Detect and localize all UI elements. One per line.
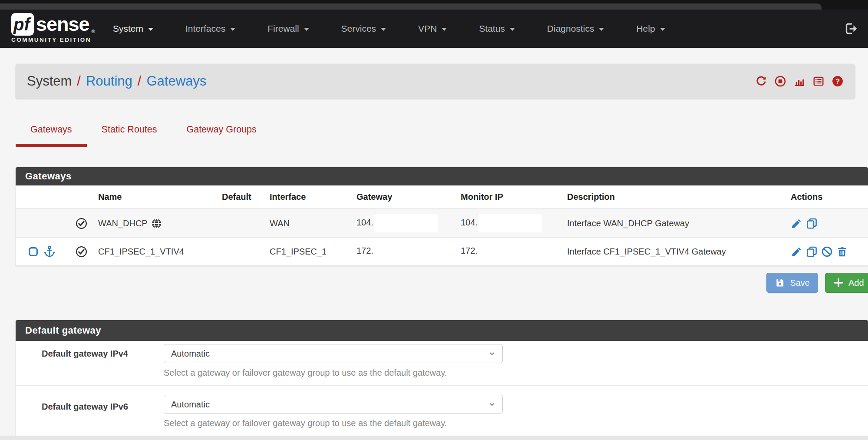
log-list-icon[interactable] — [812, 75, 825, 87]
gateways-panel: Gateways Name Default Interface Gateway … — [16, 167, 868, 266]
main-menu: System Interfaces Firewall Services VPN … — [113, 10, 665, 48]
registered-mark: ® — [92, 29, 95, 34]
col-gateway: Gateway — [352, 185, 456, 209]
breadcrumb-separator: / — [77, 73, 81, 89]
breadcrumb-link-gateways[interactable]: Gateways — [146, 73, 206, 89]
save-icon — [775, 278, 785, 288]
tab-static-routes[interactable]: Static Routes — [87, 117, 172, 147]
gateways-panel-title: Gateways — [16, 167, 868, 185]
add-button[interactable]: Add — [825, 273, 868, 293]
caret-down-icon — [599, 28, 604, 31]
disable-icon[interactable] — [821, 246, 833, 258]
menu-status[interactable]: Status — [479, 23, 515, 34]
routing-tabs: Gateways Static Routes Gateway Groups — [16, 117, 271, 147]
caret-down-icon — [230, 28, 235, 31]
row-actions — [791, 218, 868, 229]
tab-gateway-groups[interactable]: Gateway Groups — [172, 117, 271, 147]
pf-logo-tile: pf — [11, 13, 34, 36]
redaction-box — [479, 214, 542, 232]
gateway-address: 104. — [356, 218, 373, 227]
gateway-default — [218, 209, 265, 238]
default-gateway-form: Default gateway IPv4 Automatic Select a … — [16, 341, 868, 436]
redaction-box — [374, 242, 438, 261]
caret-down-icon — [304, 28, 309, 31]
col-default: Default — [218, 185, 265, 209]
community-edition-tagline: COMMUNITY EDITION — [11, 36, 98, 43]
col-name: Name — [94, 185, 218, 209]
menu-help[interactable]: Help — [636, 23, 665, 34]
menu-diagnostics[interactable]: Diagnostics — [547, 23, 604, 34]
gateway-description: Interface WAN_DHCP Gateway — [563, 209, 786, 238]
default-gateway-ipv4-select[interactable]: Automatic — [164, 344, 503, 363]
redaction-box — [374, 214, 438, 232]
col-select — [16, 185, 94, 209]
svg-text:?: ? — [835, 77, 840, 86]
default-gateway-ipv4-label: Default gateway IPv4 — [42, 349, 128, 359]
gateway-enabled-icon — [75, 217, 88, 230]
save-button[interactable]: Save — [766, 273, 818, 293]
edit-icon[interactable] — [791, 218, 802, 229]
default-gateway-ipv6-help: Select a gateway or failover gateway gro… — [164, 418, 447, 428]
copy-icon[interactable] — [806, 218, 818, 229]
footer-strip — [0, 436, 868, 440]
row-actions — [791, 246, 868, 258]
col-monitor-ip: Monitor IP — [456, 185, 563, 209]
breadcrumb: System / Routing / Gateways — [27, 73, 206, 89]
gateway-address: 172. — [356, 246, 373, 255]
col-interface: Interface — [265, 185, 352, 209]
default-gateway-ipv6-label: Default gateway IPv6 — [42, 402, 128, 412]
default-gateway-panel: Default gateway Default gateway IPv4 Aut… — [16, 320, 868, 436]
monitor-ip: 172. — [461, 246, 478, 255]
gateway-interface: WAN — [265, 209, 352, 238]
row-checkbox[interactable] — [28, 246, 39, 257]
monitor-ip: 104. — [461, 218, 478, 227]
breadcrumb-section: System — [27, 73, 72, 89]
top-navbar: pf sense ® COMMUNITY EDITION System Inte… — [0, 10, 868, 48]
caret-down-icon — [442, 28, 447, 31]
copy-icon[interactable] — [806, 246, 818, 258]
anchor-icon[interactable] — [43, 245, 56, 258]
gateway-default — [218, 238, 265, 266]
menu-firewall[interactable]: Firewall — [267, 23, 309, 34]
table-row: CF1_IPSEC_1_VTIV4 CF1_IPSEC_1 172. 172. … — [16, 238, 868, 266]
menu-system[interactable]: System — [113, 23, 153, 34]
globe-icon — [151, 218, 162, 229]
gateway-enabled-icon — [75, 245, 88, 258]
breadcrumb-separator: / — [138, 73, 142, 89]
chevron-down-icon — [488, 401, 495, 408]
menu-vpn[interactable]: VPN — [418, 23, 447, 34]
stop-circle-icon[interactable] — [774, 75, 786, 87]
default-gateway-ipv6-select[interactable]: Automatic — [164, 395, 503, 414]
col-description: Description — [563, 185, 786, 209]
help-icon[interactable]: ? — [832, 75, 844, 87]
sense-logo-text: sense — [36, 13, 89, 36]
menu-interfaces[interactable]: Interfaces — [185, 23, 235, 34]
default-gateway-ipv4-help: Select a gateway or failover gateway gro… — [164, 368, 447, 378]
table-row: WAN_DHCP WAN 104. 104. Interface WAN_DHC… — [16, 209, 868, 238]
caret-down-icon — [148, 28, 153, 31]
gateway-name: CF1_IPSEC_1_VTIV4 — [94, 238, 218, 266]
tab-gateways[interactable]: Gateways — [16, 117, 87, 147]
caret-down-icon — [381, 28, 386, 31]
bar-chart-icon[interactable] — [793, 75, 805, 87]
col-actions: Actions — [786, 185, 868, 209]
pfsense-logo[interactable]: pf sense ® COMMUNITY EDITION — [11, 13, 98, 45]
edit-icon[interactable] — [791, 246, 802, 258]
breadcrumb-bar: System / Routing / Gateways ? — [16, 64, 855, 99]
breadcrumb-link-routing[interactable]: Routing — [86, 73, 132, 89]
refresh-icon[interactable] — [755, 75, 767, 87]
breadcrumb-actions: ? — [755, 75, 844, 87]
sign-out-icon[interactable] — [844, 21, 858, 36]
menu-services[interactable]: Services — [341, 23, 386, 34]
form-divider — [16, 385, 868, 386]
plus-icon — [833, 278, 844, 288]
caret-down-icon — [510, 28, 515, 31]
browser-tab-strip — [0, 3, 822, 10]
table-header-row: Name Default Interface Gateway Monitor I… — [16, 185, 868, 209]
chevron-down-icon — [488, 350, 495, 357]
delete-icon[interactable] — [836, 246, 848, 258]
redaction-box — [479, 242, 542, 261]
gateways-table: Name Default Interface Gateway Monitor I… — [16, 185, 868, 266]
gateway-description: Interface CF1_IPSEC_1_VTIV4 Gateway — [563, 238, 786, 266]
gateway-interface: CF1_IPSEC_1 — [265, 238, 352, 266]
